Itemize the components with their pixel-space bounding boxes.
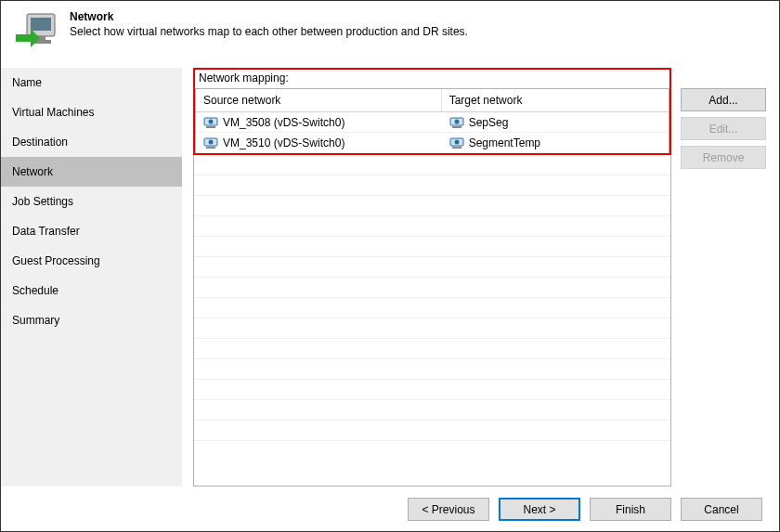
- source-network-cell: VM_3510 (vDS-Switch0): [223, 136, 344, 149]
- column-source-network[interactable]: Source network: [196, 89, 442, 111]
- page-description: Select how virtual networks map to each …: [70, 25, 468, 38]
- svg-point-6: [209, 119, 214, 123]
- svg-point-15: [454, 139, 459, 144]
- remove-button: Remove: [681, 146, 766, 169]
- sidebar-item-schedule[interactable]: Schedule: [1, 276, 182, 305]
- target-network-cell: SegmentTemp: [469, 136, 540, 149]
- network-icon: [449, 115, 464, 130]
- network-icon: [203, 136, 218, 150]
- sidebar-item-job-settings[interactable]: Job Settings: [1, 187, 182, 216]
- sidebar-item-guest-processing[interactable]: Guest Processing: [1, 246, 182, 276]
- sidebar-item-summary[interactable]: Summary: [1, 305, 182, 335]
- table-row[interactable]: VM_3508 (vDS-Switch0) SepSeg: [196, 112, 669, 133]
- sidebar-item-network[interactable]: Network: [1, 157, 182, 187]
- network-mapping-grid-top: Source network Target network VM_3508 (v…: [195, 88, 670, 153]
- svg-rect-7: [206, 126, 215, 128]
- svg-point-9: [454, 119, 459, 123]
- cancel-button[interactable]: Cancel: [681, 498, 762, 521]
- sidebar-item-data-transfer[interactable]: Data Transfer: [1, 216, 182, 246]
- source-network-cell: VM_3508 (vDS-Switch0): [223, 116, 344, 129]
- svg-rect-1: [31, 18, 51, 31]
- svg-rect-10: [452, 126, 462, 128]
- add-button[interactable]: Add...: [681, 88, 766, 111]
- sidebar-item-virtual-machines[interactable]: Virtual Machines: [1, 97, 182, 127]
- sidebar-item-name[interactable]: Name: [1, 68, 182, 97]
- network-mapping-grid-body: [193, 155, 671, 487]
- network-icon: [449, 136, 464, 150]
- next-button[interactable]: Next >: [499, 498, 580, 521]
- network-icon: [203, 115, 218, 130]
- wizard-steps-sidebar: Name Virtual Machines Destination Networ…: [1, 68, 182, 487]
- previous-button[interactable]: < Previous: [408, 498, 489, 521]
- target-network-cell: SepSeg: [469, 116, 509, 129]
- mapping-label: Network mapping:: [195, 71, 670, 84]
- sidebar-item-destination[interactable]: Destination: [1, 127, 182, 157]
- svg-point-12: [209, 139, 214, 144]
- highlight-annotation: Network mapping: Source network Target n…: [193, 68, 671, 155]
- finish-button[interactable]: Finish: [590, 498, 671, 521]
- grid-header: Source network Target network: [196, 89, 669, 112]
- network-header-icon: [14, 10, 58, 55]
- edit-button: Edit...: [681, 117, 766, 140]
- wizard-header: Network Select how virtual networks map …: [1, 1, 779, 68]
- table-row[interactable]: VM_3510 (vDS-Switch0) SegmentTemp: [196, 133, 669, 153]
- svg-rect-16: [452, 147, 462, 149]
- page-title: Network: [70, 10, 468, 23]
- wizard-footer: < Previous Next > Finish Cancel: [1, 487, 779, 531]
- svg-rect-13: [206, 147, 215, 149]
- column-target-network[interactable]: Target network: [442, 89, 669, 111]
